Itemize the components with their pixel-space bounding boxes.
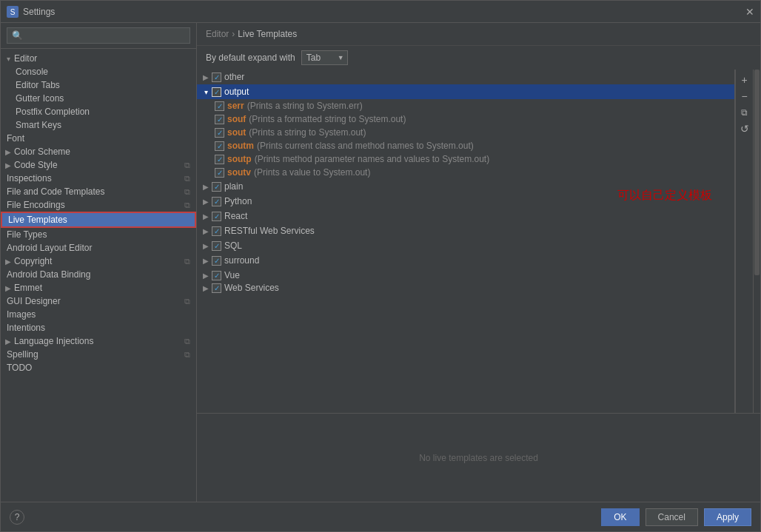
sidebar-item-label: Gutter Icons	[16, 93, 190, 104]
expand-select[interactable]: Tab Enter Space	[301, 50, 348, 65]
copy-icon: ⧉	[184, 174, 190, 183]
sidebar-item-label: Images	[7, 309, 190, 320]
template-group-python[interactable]: ▶ Python	[197, 194, 734, 209]
sidebar-item-label: File Encodings	[7, 200, 184, 210]
template-name: serr	[227, 101, 244, 111]
plain-checkbox[interactable]	[212, 182, 221, 192]
window-title: Settings	[23, 7, 745, 17]
group-name: other	[224, 72, 244, 82]
sidebar-item-editor[interactable]: ▾ Editor	[1, 52, 196, 65]
add-template-button[interactable]: +	[737, 73, 752, 87]
sidebar-item-images[interactable]: Images	[1, 308, 196, 321]
vue-checkbox[interactable]	[212, 271, 221, 280]
expand-web-icon: ▶	[201, 283, 210, 292]
sidebar-item-code-style[interactable]: ▶ Code Style ⧉	[1, 158, 196, 172]
template-group-other[interactable]: ▶ other	[197, 70, 734, 84]
sidebar-item-file-types[interactable]: File Types	[1, 228, 196, 241]
expand-other-icon: ▶	[201, 73, 210, 81]
other-checkbox[interactable]	[212, 73, 221, 82]
sidebar-item-file-and-code-templates[interactable]: File and Code Templates ⧉	[1, 185, 196, 198]
help-button[interactable]: ?	[10, 510, 24, 525]
sidebar-item-android-data-binding[interactable]: Android Data Binding	[1, 268, 196, 281]
no-selection-text: No live templates are selected	[419, 453, 538, 463]
copy-icon: ⧉	[184, 161, 190, 170]
sidebar-item-spelling[interactable]: Spelling ⧉	[1, 348, 196, 361]
sidebar-item-smart-keys[interactable]: Smart Keys	[1, 118, 196, 132]
template-item-soutp[interactable]: soutp (Prints method parameter names and…	[197, 152, 734, 166]
sidebar-item-gutter-icons[interactable]: Gutter Icons	[1, 92, 196, 105]
surround-checkbox[interactable]	[212, 256, 221, 266]
restful-checkbox[interactable]	[212, 226, 221, 236]
sidebar-item-copyright[interactable]: ▶ Copyright ⧉	[1, 255, 196, 268]
sidebar-item-language-injections[interactable]: ▶ Language Injections ⧉	[1, 334, 196, 348]
soutm-checkbox[interactable]	[215, 141, 224, 151]
templates-area: 可以自己定义模板 ▶ other ▾ output	[197, 70, 760, 413]
expand-plain-icon: ▶	[201, 182, 210, 191]
sidebar-item-label: Smart Keys	[16, 120, 190, 130]
sidebar-item-android-layout-editor[interactable]: Android Layout Editor	[1, 241, 196, 255]
copy-icon: ⧉	[184, 337, 190, 346]
reset-template-button[interactable]: ↺	[737, 121, 752, 136]
templates-list: 可以自己定义模板 ▶ other ▾ output	[197, 70, 735, 413]
sidebar-item-gui-designer[interactable]: GUI Designer ⧉	[1, 294, 196, 308]
template-group-sql[interactable]: ▶ SQL	[197, 238, 734, 253]
sidebar-item-postfix-completion[interactable]: Postfix Completion	[1, 105, 196, 118]
expand-icon: ▶	[4, 257, 13, 266]
sidebar-item-file-encodings[interactable]: File Encodings ⧉	[1, 198, 196, 212]
template-group-output[interactable]: ▾ output	[197, 84, 734, 99]
serr-checkbox[interactable]	[215, 101, 224, 111]
python-checkbox[interactable]	[212, 197, 221, 206]
sidebar-item-label: File and Code Templates	[7, 186, 184, 197]
copy-icon: ⧉	[184, 350, 190, 360]
vertical-scrollbar[interactable]	[753, 70, 760, 413]
template-group-restful[interactable]: ▶ RESTful Web Services	[197, 223, 734, 238]
sidebar-item-intentions[interactable]: Intentions	[1, 321, 196, 334]
react-checkbox[interactable]	[212, 212, 221, 221]
sout-checkbox[interactable]	[215, 128, 224, 138]
scrollbar-thumb	[754, 70, 760, 275]
sidebar-item-inspections[interactable]: Inspections ⧉	[1, 172, 196, 185]
expand-react-icon: ▶	[201, 212, 210, 220]
soutv-checkbox[interactable]	[215, 168, 224, 178]
template-item-souf[interactable]: souf (Prints a formatted string to Syste…	[197, 112, 734, 126]
template-name: souf	[227, 114, 246, 124]
no-selection-area: No live templates are selected	[197, 413, 760, 502]
sidebar-item-emmet[interactable]: ▶ Emmet	[1, 281, 196, 294]
sidebar-item-font[interactable]: Font	[1, 132, 196, 145]
sidebar-item-label: Emmet	[14, 283, 190, 293]
souf-checkbox[interactable]	[215, 115, 224, 124]
sidebar-item-todo[interactable]: TODO	[1, 361, 196, 374]
template-item-serr[interactable]: serr (Prints a string to System.err)	[197, 99, 734, 112]
template-group-surround[interactable]: ▶ surround	[197, 253, 734, 268]
sidebar-item-label: Code Style	[14, 160, 184, 170]
template-group-react[interactable]: ▶ React	[197, 209, 734, 223]
template-name: sout	[227, 127, 246, 138]
ok-button[interactable]: OK	[601, 508, 639, 526]
template-item-soutm[interactable]: soutm (Prints current class and method n…	[197, 139, 734, 152]
sidebar-item-label: Font	[7, 133, 190, 144]
template-group-vue[interactable]: ▶ Vue	[197, 268, 734, 283]
close-button[interactable]: ✕	[745, 6, 754, 18]
template-desc: (Prints a string to System.out)	[249, 127, 366, 138]
copy-template-button[interactable]: ⧉	[737, 105, 752, 120]
sidebar-item-editor-tabs[interactable]: Editor Tabs	[1, 78, 196, 92]
template-item-soutv[interactable]: soutv (Prints a value to System.out)	[197, 166, 734, 179]
sidebar-item-color-scheme[interactable]: ▶ Color Scheme	[1, 145, 196, 158]
output-checkbox[interactable]	[212, 87, 221, 97]
expand-output-icon: ▾	[201, 87, 210, 96]
sql-checkbox[interactable]	[212, 241, 221, 251]
remove-template-button[interactable]: −	[737, 89, 752, 104]
apply-button[interactable]: Apply	[704, 508, 751, 526]
sidebar-item-live-templates[interactable]: Live Templates	[1, 212, 196, 228]
template-item-sout[interactable]: sout (Prints a string to System.out)	[197, 126, 734, 139]
web-checkbox[interactable]	[212, 283, 221, 293]
cancel-button[interactable]: Cancel	[646, 508, 698, 526]
group-name: surround	[224, 255, 259, 266]
breadcrumb: Editor › Live Templates	[197, 23, 760, 46]
search-input[interactable]	[7, 27, 190, 44]
template-group-plain[interactable]: ▶ plain	[197, 179, 734, 194]
sidebar-item-console[interactable]: Console	[1, 65, 196, 78]
sidebar-item-label: Color Scheme	[14, 147, 190, 157]
template-group-web-services[interactable]: ▶ Web Services	[197, 283, 734, 293]
soutp-checkbox[interactable]	[215, 155, 224, 164]
